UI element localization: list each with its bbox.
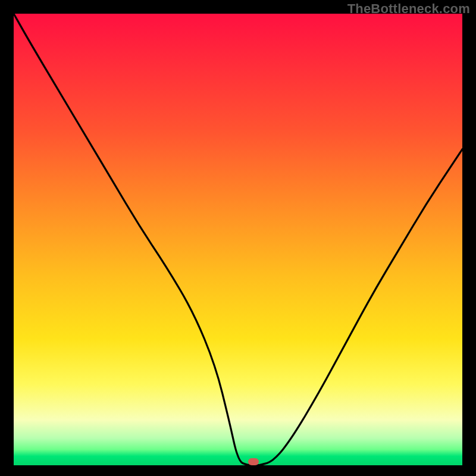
chart-stage: TheBottleneck.com <box>0 0 476 476</box>
optimum-marker <box>248 458 259 465</box>
curve-path <box>14 14 462 465</box>
plot-area <box>14 14 462 465</box>
bottleneck-curve <box>14 14 462 465</box>
